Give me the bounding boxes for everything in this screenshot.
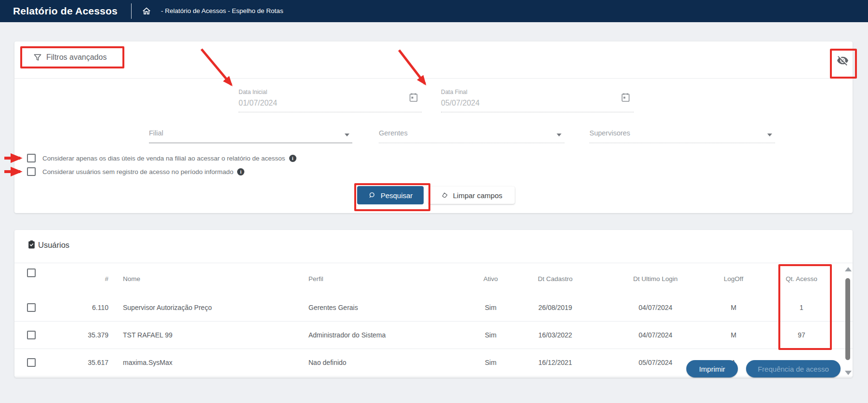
cell-dt-ultimo-login: 04/07/2024 <box>617 304 694 311</box>
date-final-field[interactable]: Data Final 05/07/2024 <box>441 88 634 112</box>
date-initial-field[interactable]: Data Inicial 01/07/2024 <box>239 88 422 112</box>
cell-ativo: Sim <box>457 331 524 339</box>
calendar-icon[interactable] <box>408 92 419 103</box>
scroll-up-icon[interactable] <box>845 267 852 271</box>
cell-ativo: Sim <box>457 304 524 311</box>
cell-perfil: Gerentes Gerais <box>308 304 472 311</box>
no-access-checkbox[interactable] <box>27 167 36 176</box>
home-icon[interactable] <box>142 6 151 16</box>
cell-logoff: M <box>705 331 762 339</box>
navbar-divider <box>131 3 132 19</box>
cell-dt-cadastro: 16/03/2022 <box>517 331 594 339</box>
row-checkbox[interactable] <box>27 303 36 312</box>
table-header-row: # Nome Perfil Ativo Dt Cadastro Dt Ultim… <box>14 263 853 295</box>
search-button[interactable]: Pesquisar <box>357 186 424 204</box>
row-checkbox[interactable] <box>27 358 36 367</box>
cell-dt-ultimo-login: 05/07/2024 <box>617 359 694 366</box>
col-header-perfil[interactable]: Perfil <box>308 275 472 282</box>
filter-header-divider <box>14 78 853 79</box>
col-header-id[interactable]: # <box>60 275 108 282</box>
supervisores-select[interactable]: Supervisores <box>589 126 775 143</box>
gerentes-label: Gerentes <box>379 126 564 137</box>
users-title: Usuários <box>38 241 69 250</box>
gerentes-select[interactable]: Gerentes <box>379 126 564 143</box>
clipboard-check-icon <box>27 240 36 250</box>
col-header-dt-cadastro[interactable]: Dt Cadastro <box>517 275 594 282</box>
clear-fields-label: Limpar campos <box>453 191 503 200</box>
checkbox-row-no-access: Considerar usuários sem registro de aces… <box>27 167 244 176</box>
eye-off-icon[interactable] <box>837 54 849 67</box>
row-checkbox[interactable] <box>27 331 36 339</box>
cell-nome: TST RAFAEL 99 <box>123 331 287 339</box>
supervisores-label: Supervisores <box>589 126 775 137</box>
cell-logoff: M <box>705 304 762 311</box>
table-row: 6.110 Supervisor Autorização Preço Geren… <box>14 294 853 322</box>
date-final-value: 05/07/2024 <box>441 99 634 107</box>
date-initial-value: 01/07/2024 <box>239 99 422 107</box>
cell-dt-cadastro: 16/12/2021 <box>517 359 594 366</box>
clear-fields-button[interactable]: Limpar campos <box>428 187 515 204</box>
funnel-icon <box>33 53 42 62</box>
breadcrumb: - Relatório de Acessos - Espelho de Rota… <box>161 7 283 14</box>
app-title: Relatório de Acessos <box>13 5 118 17</box>
business-days-checkbox[interactable] <box>27 154 36 162</box>
select-all-checkbox[interactable] <box>27 269 36 277</box>
top-navbar: Relatório de Acessos - Relatório de Aces… <box>0 0 868 22</box>
print-button[interactable]: Imprimir <box>686 360 738 377</box>
chevron-down-icon <box>767 134 772 136</box>
col-header-logoff[interactable]: LogOff <box>705 275 762 282</box>
cell-nome: Supervisor Autorização Preço <box>123 304 287 311</box>
cell-perfil: Administrador do Sistema <box>308 331 472 339</box>
filial-select[interactable]: Filial <box>149 126 352 143</box>
filters-title: Filtros avançados <box>46 53 107 62</box>
checkbox-row-business-days: Considerar apenas os dias úteis de venda… <box>27 153 296 163</box>
print-button-label: Imprimir <box>699 365 725 373</box>
no-access-label: Considerar usuários sem registro de aces… <box>42 168 233 175</box>
chevron-down-icon <box>345 134 349 136</box>
col-header-qt-acesso[interactable]: Qt. Acesso <box>773 275 830 282</box>
cell-qt-acesso: 1 <box>773 304 830 311</box>
filial-label: Filial <box>149 126 352 137</box>
search-button-label: Pesquisar <box>381 191 413 200</box>
cell-perfil: Nao definido <box>308 359 472 366</box>
scrollbar-thumb[interactable] <box>845 278 850 360</box>
scroll-down-icon[interactable] <box>845 371 852 375</box>
access-frequency-button[interactable]: Frequência de acesso <box>746 360 841 377</box>
info-icon[interactable]: i <box>289 155 296 162</box>
calendar-icon[interactable] <box>620 92 631 103</box>
col-header-dt-ultimo-login[interactable]: Dt Ultimo Login <box>617 275 694 282</box>
cell-id: 35.379 <box>60 331 108 339</box>
info-icon[interactable]: i <box>237 168 244 175</box>
chevron-down-icon <box>557 134 561 136</box>
users-card: Usuários # Nome Perfil Ativo Dt Cadastro… <box>14 230 853 377</box>
cell-id: 35.617 <box>60 359 108 366</box>
table-row: 35.379 TST RAFAEL 99 Administrador do Si… <box>14 322 853 349</box>
date-initial-label: Data Inicial <box>239 88 422 95</box>
table-scrollbar[interactable] <box>844 266 852 376</box>
advanced-filters-card: Filtros avançados Data Inicial 01/07/202… <box>14 41 853 213</box>
cell-id: 6.110 <box>60 304 108 311</box>
cell-dt-ultimo-login: 04/07/2024 <box>617 331 694 339</box>
col-header-nome[interactable]: Nome <box>123 275 287 282</box>
col-header-ativo[interactable]: Ativo <box>457 275 524 282</box>
date-final-label: Data Final <box>441 88 634 95</box>
access-frequency-label: Frequência de acesso <box>758 365 829 373</box>
cell-dt-cadastro: 26/08/2019 <box>517 304 594 311</box>
cell-qt-acesso: 97 <box>773 331 830 339</box>
business-days-label: Considerar apenas os dias úteis de venda… <box>42 155 285 162</box>
cell-ativo: Sim <box>457 359 524 366</box>
cell-nome: maxima.SysMax <box>123 359 287 366</box>
